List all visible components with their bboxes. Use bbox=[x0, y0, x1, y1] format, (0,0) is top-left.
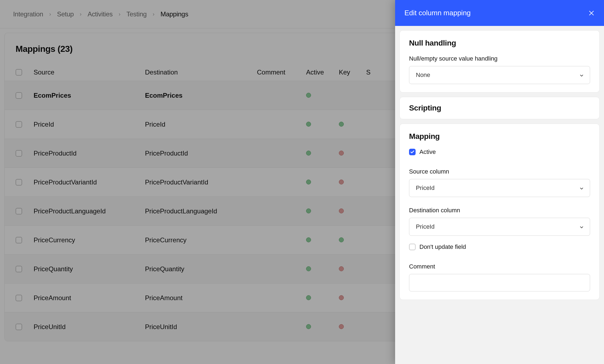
destination-column-select[interactable]: PriceId bbox=[409, 218, 590, 236]
panel-header: Edit column mapping bbox=[395, 0, 604, 26]
null-handling-label: Null/empty source value handling bbox=[409, 55, 590, 62]
close-icon[interactable] bbox=[588, 10, 595, 16]
scripting-title: Scripting bbox=[409, 104, 590, 112]
null-handling-select[interactable]: None bbox=[409, 66, 590, 84]
null-handling-section: Null handling Null/empty source value ha… bbox=[399, 30, 600, 93]
comment-input[interactable] bbox=[409, 274, 590, 291]
active-checkbox-label: Active bbox=[419, 148, 436, 156]
destination-column-value: PriceId bbox=[416, 223, 434, 230]
scripting-section[interactable]: Scripting bbox=[399, 97, 600, 119]
destination-column-label: Destination column bbox=[409, 207, 590, 214]
mapping-section: Mapping Active Source column PriceId bbox=[399, 124, 600, 300]
active-checkbox[interactable] bbox=[409, 149, 416, 155]
panel-title: Edit column mapping bbox=[404, 9, 471, 17]
source-column-select[interactable]: PriceId bbox=[409, 179, 590, 197]
mapping-title: Mapping bbox=[409, 132, 590, 141]
null-handling-value: None bbox=[416, 71, 430, 79]
dont-update-checkbox[interactable] bbox=[409, 244, 416, 250]
dont-update-label: Don't update field bbox=[419, 243, 466, 250]
edit-column-mapping-panel: Edit column mapping Null handling Null/e… bbox=[395, 0, 604, 364]
source-column-value: PriceId bbox=[416, 184, 434, 192]
comment-label: Comment bbox=[409, 263, 590, 270]
source-column-label: Source column bbox=[409, 168, 590, 175]
null-handling-title: Null handling bbox=[409, 39, 590, 47]
